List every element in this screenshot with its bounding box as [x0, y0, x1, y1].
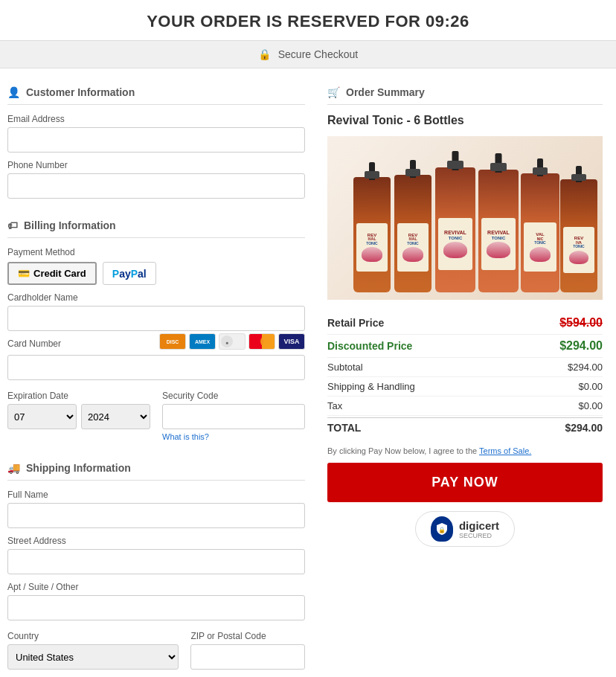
email-label: Email Address: [7, 114, 305, 124]
paypal-logo: PayPal: [112, 268, 147, 280]
card-number-input[interactable]: [7, 355, 305, 380]
phone-field-group: Phone Number: [7, 160, 305, 199]
customer-section-header: 👤 Customer Information: [7, 80, 305, 105]
apt-label: Apt / Suite / Other: [7, 582, 305, 592]
discounted-label: Discounted Price: [327, 340, 412, 352]
cardholder-field-group: Cardholder Name: [7, 292, 305, 331]
billing-section-header: 🏷 Billing Information: [7, 214, 305, 238]
discounted-price: $294.00: [559, 339, 603, 353]
visa-card-icon: VISA: [278, 333, 305, 350]
email-field-group: Email Address: [7, 114, 305, 153]
main-layout: 👤 Customer Information Email Address Pho…: [0, 80, 616, 670]
full-name-field-group: Full Name: [7, 490, 305, 528]
digicert-secured-label: SECURED: [459, 532, 499, 539]
billing-section-label: Billing Information: [24, 219, 116, 231]
cardholder-label: Cardholder Name: [7, 292, 305, 303]
expiry-selects: 07 01 02 03 04 05 06 08 09 10 11 12: [7, 404, 150, 429]
phone-label: Phone Number: [7, 160, 305, 170]
subtotal-label: Subtotal: [327, 362, 363, 373]
terms-prefix: By clicking Pay Now below, I agree to th…: [327, 446, 477, 455]
secure-checkout-label: Secure Checkout: [278, 48, 358, 60]
retail-label: Retail Price: [327, 317, 384, 329]
total-label: TOTAL: [327, 422, 361, 434]
bottles-container: REV IVAL TONIC REV IVAL TONIC: [339, 136, 591, 300]
zip-input[interactable]: [190, 644, 305, 670]
order-summary-label: Order Summary: [346, 86, 425, 98]
full-name-input[interactable]: [7, 503, 305, 528]
secure-bar: 🔒 Secure Checkout: [0, 40, 616, 68]
country-group: Country United States Canada United King…: [7, 623, 179, 670]
apt-input[interactable]: [7, 595, 305, 620]
right-column: 🛒 Order Summary Revival Tonic - 6 Bottle…: [320, 80, 603, 670]
credit-card-button[interactable]: 💳 Credit Card: [7, 262, 97, 285]
security-code-input[interactable]: [162, 404, 305, 429]
country-select[interactable]: United States Canada United Kingdom Aust…: [7, 644, 179, 670]
product-image: REV IVAL TONIC REV IVAL TONIC: [327, 136, 603, 300]
shipping-value: $0.00: [578, 381, 603, 392]
shipping-label: Shipping & Handling: [327, 381, 415, 392]
expiry-month-select[interactable]: 07 01 02 03 04 05 06 08 09 10 11 12: [7, 404, 77, 429]
svg-point-3: [260, 336, 272, 347]
cardholder-input[interactable]: [7, 306, 305, 331]
what-is-this-link[interactable]: What is this?: [162, 432, 305, 441]
country-label: Country: [7, 631, 179, 641]
shipping-section: 🚚 Shipping Information Full Name Street …: [7, 456, 305, 670]
expiry-security-row: Expiration Date 07 01 02 03 04 05 06 08 …: [7, 383, 305, 441]
shipping-row: Shipping & Handling $0.00: [327, 377, 603, 397]
retail-price: $594.00: [559, 316, 603, 330]
cart-icon: 🛒: [327, 86, 340, 98]
lock-icon: 🔒: [258, 48, 271, 60]
digicert-badge: 🔒 digicert SECURED: [415, 511, 515, 547]
expiry-group: Expiration Date 07 01 02 03 04 05 06 08 …: [7, 383, 150, 441]
total-row: TOTAL $294.00: [327, 417, 603, 437]
billing-icon: 🏷: [7, 219, 18, 231]
credit-card-label: Credit Card: [33, 268, 86, 279]
left-column: 👤 Customer Information Email Address Pho…: [7, 80, 320, 670]
svg-text:🔒: 🔒: [438, 526, 446, 533]
amex-card-icon: AMEX: [189, 333, 216, 350]
mastercard-icon: [248, 333, 275, 350]
product-title: Revival Tonic - 6 Bottles: [327, 114, 603, 127]
street-input[interactable]: [7, 549, 305, 574]
paypal-button[interactable]: PayPal: [103, 262, 156, 285]
total-value: $294.00: [565, 422, 603, 434]
customer-section-label: Customer Information: [26, 86, 135, 98]
tax-label: Tax: [327, 400, 342, 411]
shipping-icon: 🚚: [7, 462, 20, 474]
credit-card-icon: 💳: [18, 268, 30, 279]
full-name-label: Full Name: [7, 490, 305, 500]
card-number-row: Card Number DISC AMEX ● VISA: [7, 331, 305, 352]
card-number-field-group: Card Number DISC AMEX ● VISA: [7, 331, 305, 380]
shipping-section-header: 🚚 Shipping Information: [7, 456, 305, 481]
street-label: Street Address: [7, 536, 305, 546]
pay-now-button[interactable]: Pay Now: [327, 463, 603, 502]
discover-card-icon: DISC: [159, 333, 186, 350]
phone-input[interactable]: [7, 173, 305, 199]
street-field-group: Street Address: [7, 536, 305, 574]
country-zip-row: Country United States Canada United King…: [7, 623, 305, 670]
tax-value: $0.00: [578, 400, 603, 411]
subtotal-row: Subtotal $294.00: [327, 358, 603, 377]
order-summary-header: 🛒 Order Summary: [327, 80, 603, 105]
payment-method-label: Payment Method: [7, 247, 305, 257]
page-title: YOUR ORDER IS RESERVED FOR 09:26: [0, 0, 616, 40]
expiry-year-select[interactable]: 2024 2025 2026 2027 2028: [81, 404, 150, 429]
payment-buttons: 💳 Credit Card PayPal: [7, 262, 305, 285]
digicert-text: digicert SECURED: [459, 519, 499, 539]
security-group: Security Code What is this?: [162, 383, 305, 441]
svg-text:●: ●: [225, 340, 228, 345]
email-input[interactable]: [7, 127, 305, 153]
security-code-label: Security Code: [162, 391, 305, 401]
apt-field-group: Apt / Suite / Other: [7, 582, 305, 620]
digicert-shield-icon: 🔒: [431, 516, 453, 542]
terms-text: By clicking Pay Now below, I agree to th…: [327, 446, 603, 455]
billing-section: 🏷 Billing Information Payment Method 💳 C…: [7, 214, 305, 441]
subtotal-value: $294.00: [568, 362, 603, 373]
discounted-price-row: Discounted Price $294.00: [327, 335, 603, 358]
expiration-label: Expiration Date: [7, 391, 150, 401]
retail-price-row: Retail Price $594.00: [327, 312, 603, 335]
customer-icon: 👤: [7, 86, 20, 98]
shipping-section-label: Shipping Information: [26, 462, 131, 474]
terms-of-sale-link[interactable]: Terms of Sale.: [479, 446, 531, 455]
zip-label: ZIP or Postal Code: [190, 631, 305, 641]
